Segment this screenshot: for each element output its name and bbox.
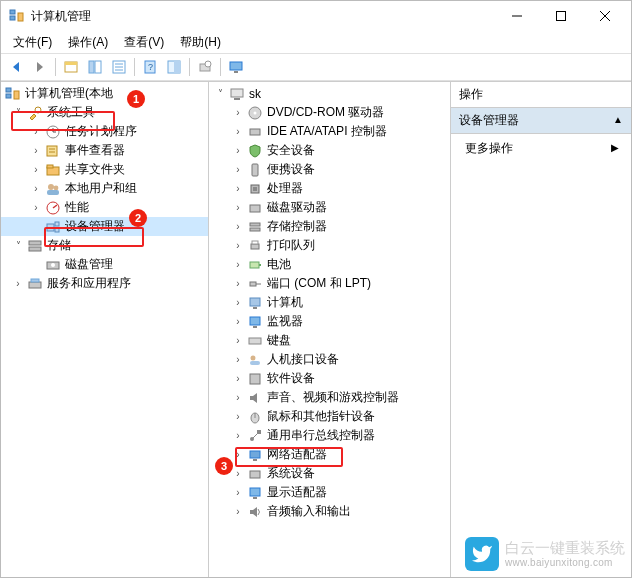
tree-event-viewer[interactable]: › 事件查看器 — [1, 141, 208, 160]
device-audioio[interactable]: ›音频输入和输出 — [209, 502, 450, 521]
menu-help[interactable]: 帮助(H) — [172, 32, 229, 53]
expand-toggle[interactable]: › — [231, 258, 245, 272]
expand-toggle[interactable]: › — [29, 144, 43, 158]
maximize-button[interactable] — [539, 1, 583, 31]
device-software[interactable]: ›软件设备 — [209, 369, 450, 388]
svg-marker-8 — [37, 62, 43, 72]
expand-toggle[interactable]: › — [231, 429, 245, 443]
device-root[interactable]: ˅ sk — [209, 84, 450, 103]
port-icon — [247, 276, 263, 292]
device-computer[interactable]: ›计算机 — [209, 293, 450, 312]
tree-services-apps[interactable]: › 服务和应用程序 — [1, 274, 208, 293]
device-cpu[interactable]: ›处理器 — [209, 179, 450, 198]
tree-storage[interactable]: ˅ 存储 — [1, 236, 208, 255]
device-usb[interactable]: ›通用串行总线控制器 — [209, 426, 450, 445]
expand-toggle[interactable]: › — [231, 467, 245, 481]
actions-section[interactable]: 设备管理器 ▲ — [451, 108, 631, 134]
device-portable[interactable]: ›便携设备 — [209, 160, 450, 179]
device-ports[interactable]: ›端口 (COM 和 LPT) — [209, 274, 450, 293]
back-button[interactable] — [5, 56, 27, 78]
expand-toggle[interactable]: › — [29, 125, 43, 139]
menu-view[interactable]: 查看(V) — [116, 32, 172, 53]
computer-icon — [229, 86, 245, 102]
console-tree[interactable]: 计算机管理(本地 ˅ 系统工具 › 任务计划程序 › 事件查看器 › 共享文件夹 — [1, 84, 208, 293]
svg-rect-44 — [55, 228, 59, 232]
expand-toggle[interactable]: › — [231, 486, 245, 500]
task-scheduler-label: 任务计划程序 — [63, 123, 139, 140]
svg-point-28 — [35, 107, 41, 113]
highlight-button[interactable] — [163, 56, 185, 78]
tree-root[interactable]: 计算机管理(本地 — [1, 84, 208, 103]
expand-toggle[interactable]: › — [231, 334, 245, 348]
expand-toggle[interactable]: › — [231, 220, 245, 234]
help-button[interactable]: ? — [139, 56, 161, 78]
minimize-button[interactable] — [495, 1, 539, 31]
tree-performance[interactable]: › 性能 — [1, 198, 208, 217]
system-label: 系统设备 — [265, 465, 317, 482]
device-network[interactable]: ›网络适配器 — [209, 445, 450, 464]
device-ide[interactable]: ›IDE ATA/ATAPI 控制器 — [209, 122, 450, 141]
expand-toggle[interactable]: ˅ — [213, 87, 227, 101]
expand-toggle[interactable]: › — [231, 391, 245, 405]
expand-toggle[interactable]: › — [29, 201, 43, 215]
device-hid[interactable]: ›人机接口设备 — [209, 350, 450, 369]
expand-toggle[interactable]: › — [231, 239, 245, 253]
expand-toggle[interactable]: › — [231, 353, 245, 367]
users-icon — [45, 181, 61, 197]
shield-icon — [247, 143, 263, 159]
forward-button[interactable] — [29, 56, 51, 78]
device-mouse[interactable]: ›鼠标和其他指针设备 — [209, 407, 450, 426]
svg-rect-55 — [250, 129, 260, 135]
expand-toggle[interactable]: › — [29, 182, 43, 196]
expand-toggle[interactable]: › — [231, 315, 245, 329]
expand-toggle[interactable]: › — [231, 163, 245, 177]
expand-toggle[interactable]: › — [231, 125, 245, 139]
display-button[interactable] — [225, 56, 247, 78]
expand-toggle[interactable]: › — [231, 182, 245, 196]
tree-task-scheduler[interactable]: › 任务计划程序 — [1, 122, 208, 141]
tree-system-tools[interactable]: ˅ 系统工具 — [1, 103, 208, 122]
services-icon — [27, 276, 43, 292]
close-button[interactable] — [583, 1, 627, 31]
device-dvd[interactable]: ›DVD/CD-ROM 驱动器 — [209, 103, 450, 122]
refresh-button[interactable] — [108, 56, 130, 78]
svg-rect-1 — [10, 16, 15, 20]
expand-toggle[interactable]: › — [231, 505, 245, 519]
device-battery[interactable]: ›电池 — [209, 255, 450, 274]
show-hide-tree-button[interactable] — [60, 56, 82, 78]
device-print[interactable]: ›打印队列 — [209, 236, 450, 255]
expand-toggle[interactable]: › — [231, 144, 245, 158]
device-sound[interactable]: ›声音、视频和游戏控制器 — [209, 388, 450, 407]
expand-toggle[interactable]: › — [231, 410, 245, 424]
device-monitor[interactable]: ›监视器 — [209, 312, 450, 331]
expand-toggle[interactable]: › — [11, 277, 25, 291]
menu-action[interactable]: 操作(A) — [60, 32, 116, 53]
device-security[interactable]: ›安全设备 — [209, 141, 450, 160]
svg-rect-56 — [252, 164, 258, 176]
tree-device-manager[interactable]: 设备管理器 — [1, 217, 208, 236]
expand-toggle[interactable]: › — [231, 106, 245, 120]
properties-button[interactable] — [84, 56, 106, 78]
svg-marker-87 — [250, 507, 257, 517]
expand-toggle[interactable]: › — [29, 163, 43, 177]
expand-toggle[interactable]: › — [231, 448, 245, 462]
expand-toggle[interactable]: › — [231, 201, 245, 215]
device-keyboard[interactable]: ›键盘 — [209, 331, 450, 350]
expand-toggle[interactable]: › — [231, 277, 245, 291]
device-tree[interactable]: ˅ sk ›DVD/CD-ROM 驱动器 ›IDE ATA/ATAPI 控制器 … — [209, 84, 450, 521]
device-display[interactable]: ›显示适配器 — [209, 483, 450, 502]
tree-disk-mgmt[interactable]: 磁盘管理 — [1, 255, 208, 274]
tree-shared-folders[interactable]: › 共享文件夹 — [1, 160, 208, 179]
device-storage-ctrl[interactable]: ›存储控制器 — [209, 217, 450, 236]
expand-toggle[interactable]: › — [231, 296, 245, 310]
expand-toggle[interactable]: ˅ — [11, 106, 25, 120]
menu-file[interactable]: 文件(F) — [5, 32, 60, 53]
svg-rect-58 — [253, 187, 257, 191]
device-system[interactable]: ›系统设备 — [209, 464, 450, 483]
expand-toggle[interactable]: › — [231, 372, 245, 386]
tree-local-users[interactable]: › 本地用户和组 — [1, 179, 208, 198]
actions-more[interactable]: 更多操作 ▶ — [451, 134, 631, 163]
device-diskdrive[interactable]: ›磁盘驱动器 — [209, 198, 450, 217]
expand-toggle[interactable]: ˅ — [11, 239, 25, 253]
scan-hardware-button[interactable] — [194, 56, 216, 78]
